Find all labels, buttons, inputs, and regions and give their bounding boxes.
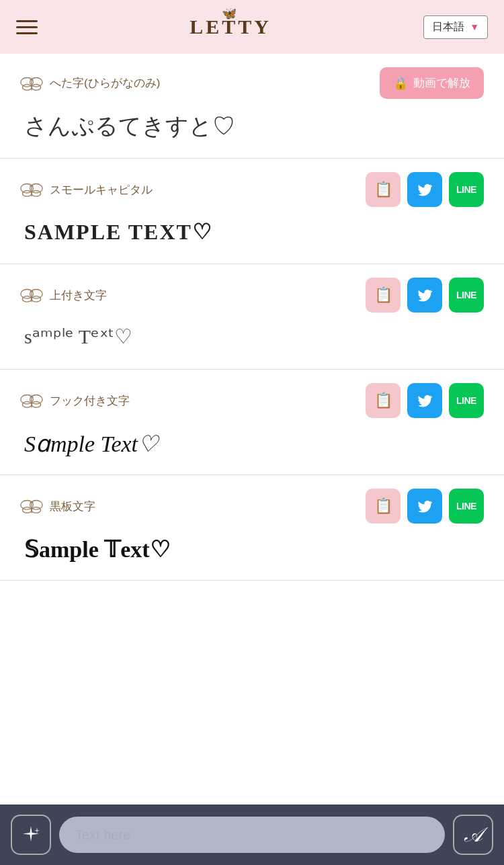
- copy-button-smallcaps[interactable]: 📋: [366, 172, 401, 207]
- twitter-button-superscript[interactable]: [407, 278, 442, 313]
- font-style-button[interactable]: 𝒜: [453, 815, 493, 855]
- line-label-hook: LINE: [456, 395, 476, 406]
- font-preview-hook: Sɑmple Text♡: [20, 427, 484, 461]
- logo-butterfly-icon: 🦋: [222, 6, 239, 21]
- copy-icon: 📋: [374, 181, 392, 198]
- copy-button-superscript[interactable]: 📋: [366, 278, 401, 313]
- sparkle-icon: [21, 825, 41, 845]
- section-title-smallcaps: スモールキャピタル: [20, 180, 153, 199]
- section-superscript: 上付き文字 📋 LINE sᵃᵐᵖˡᵉ Tᵉˣᵗ♡: [0, 264, 504, 370]
- section-title-text-blackboard: 黒板文字: [50, 499, 95, 514]
- line-button-superscript[interactable]: LINE: [449, 278, 484, 313]
- svg-point-23: [32, 507, 41, 513]
- line-label-blackboard: LINE: [456, 501, 476, 511]
- text-input[interactable]: [59, 817, 445, 853]
- twitter-button-hook[interactable]: [407, 383, 442, 418]
- section-title-hook: フック付き文字: [20, 391, 130, 410]
- section-header-hetaji: へた字(ひらがなのみ) 🔒 動画で解放: [20, 67, 484, 99]
- svg-point-18: [32, 402, 41, 408]
- language-selector[interactable]: 日本語 ▼: [423, 15, 488, 39]
- twitter-icon-superscript: [417, 287, 433, 303]
- section-title-text-hetaji: へた字(ひらがなのみ): [50, 75, 160, 91]
- svg-point-3: [32, 84, 41, 90]
- butterfly-icon-smallcaps: [20, 180, 43, 199]
- svg-point-12: [22, 296, 32, 302]
- section-hook: フック付き文字 📋 LINE Sɑmple Text♡: [0, 370, 504, 475]
- copy-icon-blackboard: 📋: [374, 497, 392, 515]
- font-preview-hetaji: さんぷるてきすと♡: [20, 108, 484, 145]
- app-header: 🦋 LETTY 日本語 ▼: [0, 0, 504, 54]
- copy-icon-hook: 📋: [374, 392, 392, 409]
- svg-point-17: [22, 402, 32, 408]
- svg-point-8: [32, 191, 41, 197]
- section-header-blackboard: 黒板文字 📋 LINE: [20, 489, 484, 524]
- line-button-blackboard[interactable]: LINE: [449, 489, 484, 524]
- twitter-icon-hook: [417, 393, 433, 409]
- line-label: LINE: [456, 184, 476, 195]
- font-preview-smallcaps: SAMPLE TEXT♡: [20, 216, 484, 250]
- copy-button-hook[interactable]: 📋: [366, 383, 401, 418]
- lock-icon: 🔒: [393, 76, 408, 91]
- section-title-superscript: 上付き文字: [20, 286, 107, 304]
- logo-area: 🦋 LETTY: [190, 15, 271, 38]
- unlock-button-hetaji[interactable]: 🔒 動画で解放: [380, 67, 484, 99]
- section-header-hook: フック付き文字 📋 LINE: [20, 383, 484, 418]
- section-header-superscript: 上付き文字 📋 LINE: [20, 278, 484, 313]
- action-buttons-blackboard: 📋 LINE: [366, 489, 484, 524]
- main-content: へた字(ひらがなのみ) 🔒 動画で解放 さんぷるてきすと♡: [0, 54, 504, 805]
- bottom-bar: 𝒜: [0, 805, 504, 865]
- twitter-icon-blackboard: [417, 498, 433, 514]
- copy-button-blackboard[interactable]: 📋: [366, 489, 401, 524]
- section-title-text-superscript: 上付き文字: [50, 288, 107, 303]
- svg-point-2: [22, 84, 32, 90]
- section-hetaji: へた字(ひらがなのみ) 🔒 動画で解放 さんぷるてきすと♡: [0, 54, 504, 159]
- section-title-blackboard: 黒板文字: [20, 497, 95, 516]
- butterfly-icon-blackboard: [20, 497, 43, 516]
- section-title-hetaji: へた字(ひらがなのみ): [20, 74, 160, 93]
- svg-point-22: [22, 507, 32, 513]
- section-blackboard: 黒板文字 📋 LINE 𝕊ample 𝕋ext♡: [0, 475, 504, 581]
- butterfly-icon-superscript: [20, 286, 43, 304]
- twitter-icon: [417, 181, 433, 198]
- butterfly-icon-hook: [20, 391, 43, 410]
- language-label: 日本語: [432, 20, 464, 34]
- line-label-superscript: LINE: [456, 290, 476, 300]
- font-preview-blackboard: 𝕊ample 𝕋ext♡: [20, 533, 484, 567]
- line-button-smallcaps[interactable]: LINE: [449, 172, 484, 207]
- action-buttons-superscript: 📋 LINE: [366, 278, 484, 313]
- section-smallcaps: スモールキャピタル 📋 LINE SAMPLE TEXT♡: [0, 159, 504, 264]
- font-preview-superscript: sᵃᵐᵖˡᵉ Tᵉˣᵗ♡: [20, 322, 484, 356]
- twitter-button-blackboard[interactable]: [407, 489, 442, 524]
- butterfly-icon-hetaji: [20, 74, 43, 93]
- copy-icon-superscript: 📋: [374, 286, 392, 304]
- action-buttons-smallcaps: 📋 LINE: [366, 172, 484, 207]
- language-arrow: ▼: [470, 22, 479, 32]
- svg-point-13: [32, 296, 41, 302]
- line-button-hook[interactable]: LINE: [449, 383, 484, 418]
- sparkle-button[interactable]: [11, 815, 51, 855]
- twitter-button-smallcaps[interactable]: [407, 172, 442, 207]
- section-title-text-smallcaps: スモールキャピタル: [50, 182, 153, 198]
- unlock-label: 動画で解放: [413, 75, 470, 91]
- font-style-icon: 𝒜: [464, 823, 482, 847]
- app-logo: 🦋 LETTY: [190, 15, 271, 38]
- hamburger-menu[interactable]: [16, 20, 38, 34]
- section-header-smallcaps: スモールキャピタル 📋 LINE: [20, 172, 484, 207]
- section-title-text-hook: フック付き文字: [50, 393, 130, 409]
- svg-point-7: [22, 191, 32, 197]
- action-buttons-hook: 📋 LINE: [366, 383, 484, 418]
- action-buttons-hetaji: 🔒 動画で解放: [380, 67, 484, 99]
